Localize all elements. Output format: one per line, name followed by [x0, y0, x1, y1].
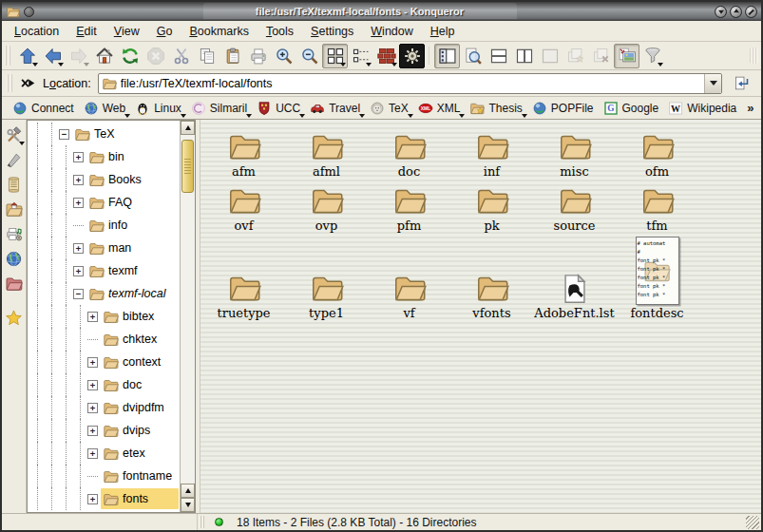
- zoom-out-button[interactable]: [296, 44, 322, 68]
- statusbar-handle[interactable]: [200, 516, 205, 528]
- menu-edit[interactable]: Edit: [67, 23, 105, 40]
- menu-window[interactable]: Window: [362, 23, 421, 40]
- tree-item-chktex[interactable]: chktex: [30, 328, 195, 351]
- menu-go[interactable]: Go: [148, 23, 181, 40]
- tree-item-content[interactable]: doc: [101, 374, 179, 395]
- tree-expander-expand[interactable]: +: [87, 448, 98, 459]
- menu-location[interactable]: Location: [6, 23, 67, 40]
- tree-item-content[interactable]: bibtex: [101, 306, 179, 327]
- sidebar-tab-network[interactable]: [3, 246, 26, 271]
- menu-view[interactable]: View: [105, 23, 148, 40]
- tree-item-content[interactable]: context: [101, 352, 179, 372]
- paste-button[interactable]: [219, 44, 245, 68]
- grid-item-ofm[interactable]: ofm: [616, 129, 698, 179]
- tree-expander-collapse[interactable]: −: [73, 289, 84, 299]
- tree-item-content[interactable]: fontname: [101, 466, 179, 486]
- grid-item-doc[interactable]: doc: [368, 129, 450, 179]
- tree-expander-expand[interactable]: +: [73, 243, 84, 254]
- tree-item-content[interactable]: bin: [86, 146, 179, 167]
- tree-item-books[interactable]: +Books: [30, 168, 195, 191]
- tree-expander-expand[interactable]: +: [73, 266, 84, 276]
- bookmark-ucc[interactable]: UCC: [252, 99, 305, 118]
- scroll-down-button[interactable]: [181, 498, 195, 512]
- tree-item-bibtex[interactable]: +bibtex: [30, 305, 195, 328]
- up-button[interactable]: [14, 44, 40, 68]
- tree-expander-expand[interactable]: +: [87, 494, 98, 504]
- grid-item-misc[interactable]: misc: [533, 129, 616, 179]
- go-button[interactable]: [730, 72, 753, 94]
- grid-item-truetype[interactable]: truetype: [202, 271, 285, 320]
- sidebar-tab-marker[interactable]: [3, 147, 26, 172]
- detail-view-button[interactable]: [348, 44, 373, 68]
- clear-location-button[interactable]: [16, 72, 40, 94]
- menu-bookmarks[interactable]: Bookmarks: [181, 23, 258, 40]
- tree-expander-expand[interactable]: +: [73, 152, 84, 162]
- sidebar-tab-home-folder[interactable]: [3, 197, 26, 221]
- grid-item-pfm[interactable]: pfm: [368, 183, 450, 233]
- tree-expander-collapse[interactable]: −: [59, 129, 69, 140]
- tree-item-doc[interactable]: +doc: [30, 373, 195, 396]
- tree-item-tex[interactable]: −TeX: [30, 123, 195, 145]
- grid-item-inf[interactable]: inf: [450, 129, 533, 179]
- tree-expander-expand[interactable]: +: [73, 198, 84, 208]
- grid-item-pk[interactable]: pk: [450, 183, 533, 233]
- menu-tools[interactable]: Tools: [258, 23, 302, 40]
- bookmark-travel[interactable]: Travel: [305, 99, 365, 118]
- filter-button[interactable]: [639, 44, 665, 68]
- tree-expander-expand[interactable]: +: [87, 312, 98, 322]
- tree-item-man[interactable]: +man: [30, 237, 195, 259]
- bookmark-web[interactable]: Web: [79, 99, 130, 118]
- tree-item-texmf-local[interactable]: −texmf-local: [30, 282, 195, 305]
- scrollbar-thumb[interactable]: [181, 140, 194, 193]
- tree-item-dvips[interactable]: +dvips: [30, 419, 195, 442]
- tree-item-bin[interactable]: +bin: [30, 145, 195, 168]
- tree-expander-expand[interactable]: +: [87, 426, 98, 436]
- bookmark-silmaril[interactable]: Silmaril: [186, 99, 252, 118]
- tree-item-etex[interactable]: +etex: [30, 442, 195, 465]
- tree-item-content[interactable]: info: [86, 215, 179, 236]
- sticky-button[interactable]: [24, 7, 34, 17]
- location-combobox[interactable]: [98, 73, 722, 94]
- tree-item-content[interactable]: dvipdfm: [101, 397, 179, 418]
- maximize-button[interactable]: [730, 6, 742, 18]
- grid-item-afm[interactable]: afm: [202, 129, 285, 179]
- tree-item-context[interactable]: +context: [30, 351, 195, 373]
- tree-scrollbar[interactable]: [180, 121, 195, 512]
- tree-item-content[interactable]: Books: [86, 169, 179, 190]
- show-sidebar-button[interactable]: [434, 44, 460, 68]
- grid-item-source[interactable]: source: [533, 183, 616, 233]
- tree-item-content[interactable]: texmf-local: [86, 283, 179, 304]
- tree-item-fonts[interactable]: +fonts: [30, 487, 195, 510]
- tree-item-content[interactable]: TeX: [72, 124, 179, 144]
- grid-item-ovp[interactable]: ovp: [285, 183, 368, 233]
- tree-expander-expand[interactable]: +: [73, 175, 84, 185]
- bookmark-google[interactable]: GGoogle: [599, 99, 664, 118]
- bookmark-thesis[interactable]: Thesis: [465, 99, 526, 118]
- print-button[interactable]: [245, 44, 271, 68]
- sidebar-tab-bookmarks[interactable]: [3, 305, 26, 330]
- split-left-right-button[interactable]: [511, 44, 537, 68]
- grid-item-adobefnt-lst[interactable]: AdobeFnt.lst: [533, 273, 616, 320]
- tree-item-info[interactable]: info: [30, 214, 195, 237]
- menu-settings[interactable]: Settings: [302, 23, 362, 40]
- locationbar-handle[interactable]: [7, 74, 13, 92]
- icon-view[interactable]: afmafmldocinfmiscofmovfovppfmpksourcetfm…: [200, 120, 761, 513]
- location-input[interactable]: [117, 77, 704, 90]
- grid-item-fontdesc[interactable]: # automat#font pk *font pk *font pk *fon…: [616, 237, 698, 320]
- resize-grip-icon[interactable]: [746, 516, 759, 529]
- bookmark-xml[interactable]: XMLXML: [413, 99, 466, 118]
- grid-item-ovf[interactable]: ovf: [202, 183, 285, 233]
- bookmark-popfile[interactable]: POPFile: [527, 99, 599, 118]
- view-mode-button[interactable]: [373, 44, 399, 68]
- scroll-up-button[interactable]: [181, 121, 195, 135]
- tree-item-content[interactable]: texmf: [86, 260, 179, 281]
- tree-item-content[interactable]: man: [86, 238, 179, 258]
- tree-item-dvipdfm[interactable]: +dvipdfm: [30, 396, 195, 419]
- cut-button[interactable]: [168, 44, 194, 68]
- grid-item-type1[interactable]: type1: [285, 271, 368, 320]
- grid-item-vf[interactable]: vf: [368, 271, 450, 320]
- icon-view-button[interactable]: [322, 44, 348, 68]
- image-preview-button[interactable]: [614, 44, 639, 68]
- sidebar-tab-services[interactable]: [3, 221, 26, 246]
- bookmark-tex[interactable]: TeX: [365, 99, 413, 118]
